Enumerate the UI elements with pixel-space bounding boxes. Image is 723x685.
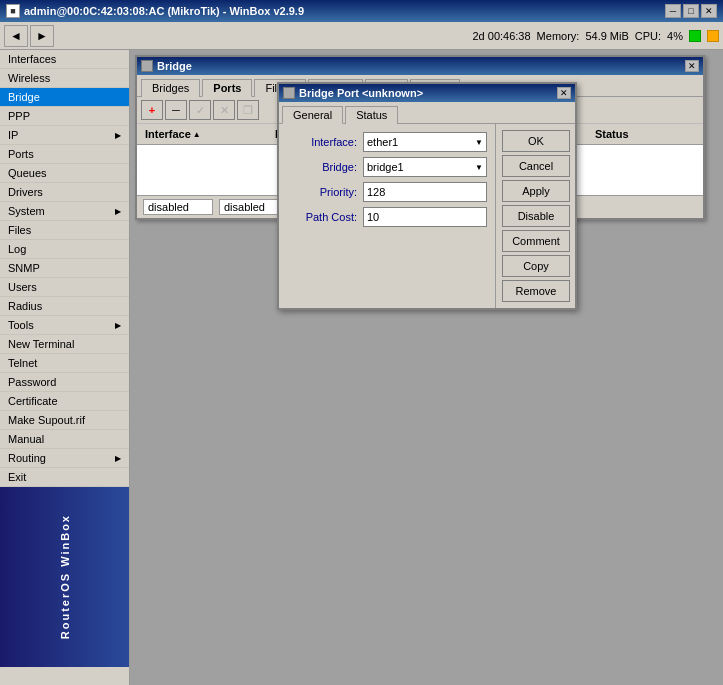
th-interface[interactable]: Interface ▲ — [141, 126, 271, 142]
brand-area: RouterOS WinBox — [0, 487, 129, 667]
sidebar-item-label: SNMP — [8, 262, 40, 274]
sidebar-item-interfaces[interactable]: Interfaces — [0, 50, 129, 69]
app-icon: ■ — [6, 4, 20, 18]
sidebar-item-files[interactable]: Files — [0, 221, 129, 240]
forward-button[interactable]: ► — [30, 25, 54, 47]
sidebar-item-password[interactable]: Password — [0, 373, 129, 392]
sidebar-item-label: Password — [8, 376, 56, 388]
sidebar-item-certificate[interactable]: Certificate — [0, 392, 129, 411]
sidebar-item-label: Log — [8, 243, 26, 255]
remove-action-button[interactable]: Remove — [502, 280, 570, 302]
sidebar-item-label: New Terminal — [8, 338, 74, 350]
cpu-value: 4% — [667, 30, 683, 42]
brand-label: RouterOS WinBox — [59, 514, 71, 639]
sidebar-item-label: Tools — [8, 319, 34, 331]
sidebar-item-label: Telnet — [8, 357, 37, 369]
cancel-button[interactable]: Cancel — [502, 155, 570, 177]
sidebar-item-ports[interactable]: Ports — [0, 145, 129, 164]
maximize-button[interactable]: □ — [683, 4, 699, 18]
modal-icon — [283, 87, 295, 99]
minimize-button[interactable]: ─ — [665, 4, 681, 18]
memory-value: 54.9 MiB — [585, 30, 628, 42]
disable-button[interactable]: Disable — [502, 205, 570, 227]
sidebar-item-log[interactable]: Log — [0, 240, 129, 259]
check-button[interactable]: ✓ — [189, 100, 211, 120]
sidebar-item-wireless[interactable]: Wireless — [0, 69, 129, 88]
modal-title: Bridge Port <unknown> — [299, 87, 423, 99]
sidebar-item-drivers[interactable]: Drivers — [0, 183, 129, 202]
sidebar-item-label: Wireless — [8, 72, 50, 84]
bridge-port-modal: Bridge Port <unknown> ✕ General Status I… — [277, 82, 577, 310]
sidebar-item-exit[interactable]: Exit — [0, 468, 129, 487]
cross-button[interactable]: ✕ — [213, 100, 235, 120]
sidebar-item-ip[interactable]: IP ▶ — [0, 126, 129, 145]
sidebar-arrow-routing: ▶ — [115, 454, 121, 463]
bridge-window-title: Bridge — [157, 60, 192, 72]
sidebar-item-label: Certificate — [8, 395, 58, 407]
priority-input[interactable]: 128 — [363, 182, 487, 202]
modal-tab-general[interactable]: General — [282, 106, 343, 124]
close-button[interactable]: ✕ — [701, 4, 717, 18]
bridge-label: Bridge: — [287, 161, 357, 173]
apply-button[interactable]: Apply — [502, 180, 570, 202]
sidebar-item-tools[interactable]: Tools ▶ — [0, 316, 129, 335]
sidebar-item-queues[interactable]: Queues — [0, 164, 129, 183]
sidebar-item-ppp[interactable]: PPP — [0, 107, 129, 126]
tab-bridges[interactable]: Bridges — [141, 79, 200, 97]
modal-content: Interface: ether1 ▼ Bridge: bridge1 ▼ — [279, 124, 575, 308]
sidebar-item-new-terminal[interactable]: New Terminal — [0, 335, 129, 354]
sidebar-item-radius[interactable]: Radius — [0, 297, 129, 316]
bridge-value: bridge1 — [367, 161, 404, 173]
bridge-row: Bridge: bridge1 ▼ — [287, 157, 487, 177]
bridge-dropdown-arrow: ▼ — [475, 163, 483, 172]
sidebar-item-label: Files — [8, 224, 31, 236]
add-button[interactable]: + — [141, 100, 163, 120]
sidebar-item-label: Queues — [8, 167, 47, 179]
sidebar-item-system[interactable]: System ▶ — [0, 202, 129, 221]
sidebar-item-telnet[interactable]: Telnet — [0, 354, 129, 373]
back-button[interactable]: ◄ — [4, 25, 28, 47]
window-controls: ─ □ ✕ — [665, 4, 717, 18]
modal-close-button[interactable]: ✕ — [557, 87, 571, 99]
sidebar-item-snmp[interactable]: SNMP — [0, 259, 129, 278]
pathcost-input[interactable]: 10 — [363, 207, 487, 227]
led-orange — [707, 30, 719, 42]
title-bar: ■ admin@00:0C:42:03:08:AC (MikroTik) - W… — [0, 0, 723, 22]
sidebar-item-manual[interactable]: Manual — [0, 430, 129, 449]
sidebar-item-label: Ports — [8, 148, 34, 160]
bridge-window: Bridge ✕ Bridges Ports Filters Broute NA… — [135, 55, 705, 220]
sidebar-item-bridge[interactable]: Bridge — [0, 88, 129, 107]
remove-button[interactable]: ─ — [165, 100, 187, 120]
interface-value: ether1 — [367, 136, 398, 148]
sidebar-item-label: Interfaces — [8, 53, 56, 65]
sidebar-item-routing[interactable]: Routing ▶ — [0, 449, 129, 468]
sidebar-item-label: Radius — [8, 300, 42, 312]
main-content: Bridge ✕ Bridges Ports Filters Broute NA… — [130, 50, 723, 685]
copy-action-button[interactable]: Copy — [502, 255, 570, 277]
sidebar-arrow-system: ▶ — [115, 207, 121, 216]
modal-form: Interface: ether1 ▼ Bridge: bridge1 ▼ — [279, 124, 495, 308]
modal-tab-status[interactable]: Status — [345, 106, 398, 124]
th-status[interactable]: Status — [591, 126, 699, 142]
ok-button[interactable]: OK — [502, 130, 570, 152]
interface-dropdown-arrow: ▼ — [475, 138, 483, 147]
copy-button[interactable]: ❒ — [237, 100, 259, 120]
status-bar: 2d 00:46:38 Memory: 54.9 MiB CPU: 4% — [472, 30, 719, 42]
interface-select[interactable]: ether1 ▼ — [363, 132, 487, 152]
comment-button[interactable]: Comment — [502, 230, 570, 252]
priority-row: Priority: 128 — [287, 182, 487, 202]
led-green — [689, 30, 701, 42]
status-col1: disabled — [143, 199, 213, 215]
sidebar: Interfaces Wireless Bridge PPP IP ▶ Port… — [0, 50, 130, 685]
tab-ports[interactable]: Ports — [202, 79, 252, 97]
bridge-select[interactable]: bridge1 ▼ — [363, 157, 487, 177]
modal-buttons: OK Cancel Apply Disable Comment Copy Rem… — [495, 124, 575, 308]
sidebar-item-label: System — [8, 205, 45, 217]
interface-label: Interface: — [287, 136, 357, 148]
bridge-window-close[interactable]: ✕ — [685, 60, 699, 72]
bridge-window-icon — [141, 60, 153, 72]
main-toolbar: ◄ ► 2d 00:46:38 Memory: 54.9 MiB CPU: 4% — [0, 22, 723, 50]
sidebar-item-make-supout[interactable]: Make Supout.rif — [0, 411, 129, 430]
sidebar-item-label: Drivers — [8, 186, 43, 198]
sidebar-item-users[interactable]: Users — [0, 278, 129, 297]
